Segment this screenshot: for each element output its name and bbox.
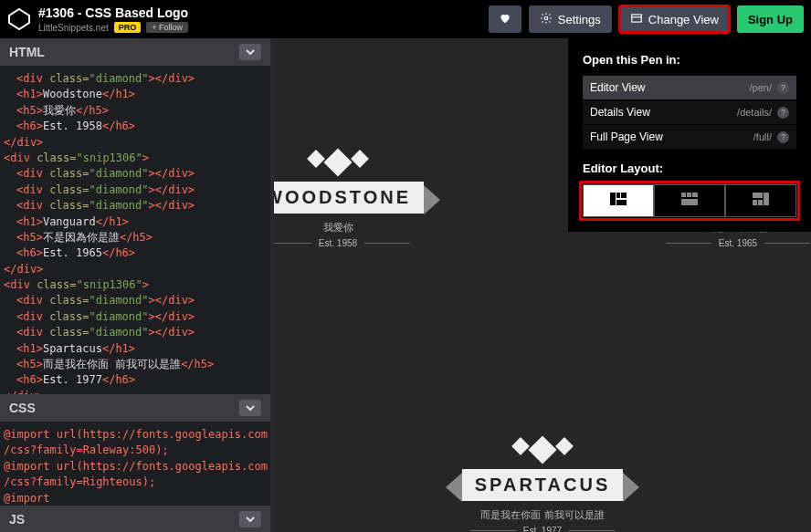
- svg-point-1: [544, 16, 548, 20]
- change-view-button[interactable]: Change View: [619, 5, 730, 33]
- card-title: SPARTACUS: [462, 469, 623, 501]
- layout-left-button[interactable]: [583, 184, 654, 217]
- svg-rect-11: [681, 199, 698, 205]
- html-editor[interactable]: <div class="diamond"></div><h1>Woodstone…: [0, 66, 274, 394]
- diamond-icon: [528, 435, 556, 464]
- change-view-label: Change View: [648, 13, 719, 26]
- diamond-icon: [351, 150, 369, 168]
- css-editor[interactable]: @import url(https://fonts.googleapis.com…: [0, 422, 274, 506]
- svg-rect-9: [687, 193, 691, 197]
- author-link[interactable]: LittleSnippets.net: [38, 23, 109, 33]
- view-option-fullpage[interactable]: Full Page View /full/?: [583, 125, 796, 149]
- svg-rect-10: [692, 193, 698, 197]
- view-option-label: Full Page View: [590, 130, 663, 143]
- chevron-down-icon: [246, 512, 255, 527]
- dropdown-layout-title: Editor Layout:: [583, 162, 796, 175]
- panel-collapse-button[interactable]: [239, 511, 261, 527]
- follow-button[interactable]: + Follow: [146, 22, 188, 33]
- view-option-editor[interactable]: Editor View /pen/?: [583, 76, 796, 99]
- pro-badge: PRO: [114, 22, 142, 33]
- signup-button[interactable]: Sign Up: [737, 5, 804, 33]
- layout-top-button[interactable]: [654, 184, 725, 217]
- preview-card: WOODSTONE 我愛你 Est. 1958: [274, 152, 466, 248]
- svg-rect-12: [764, 193, 769, 205]
- svg-rect-13: [753, 193, 763, 198]
- heart-button[interactable]: [489, 5, 521, 33]
- card-subtitle: 而是我在你面 前我可以是誰: [415, 508, 670, 522]
- js-panel-label: JS: [9, 512, 25, 527]
- help-icon[interactable]: ?: [777, 107, 789, 119]
- card-title: WOODSTONE: [274, 182, 424, 214]
- card-est: Est. 1977: [415, 526, 670, 532]
- diamond-icon: [307, 150, 325, 168]
- svg-rect-4: [610, 193, 616, 205]
- view-option-route: /details/: [737, 107, 772, 118]
- svg-marker-0: [9, 9, 29, 29]
- svg-rect-15: [758, 200, 763, 205]
- layout-options: [583, 184, 796, 217]
- layout-top-icon: [681, 193, 698, 209]
- heart-icon: [499, 12, 511, 27]
- app-header: #1306 - CSS Based Logo LittleSnippets.ne…: [0, 0, 811, 38]
- codepen-logo-icon: [7, 7, 31, 31]
- view-option-route: /pen/: [750, 82, 772, 93]
- css-panel-header[interactable]: CSS: [0, 394, 274, 422]
- card-est: Est. 1958: [274, 238, 466, 248]
- gear-icon: [540, 12, 553, 27]
- svg-rect-6: [621, 193, 627, 198]
- chevron-down-icon: [246, 45, 255, 59]
- title-block: #1306 - CSS Based Logo LittleSnippets.ne…: [38, 5, 481, 33]
- chevron-down-icon: [246, 401, 255, 415]
- diamond-icon: [555, 437, 574, 455]
- html-panel-label: HTML: [9, 45, 45, 59]
- svg-rect-14: [753, 200, 757, 205]
- view-option-label: Details View: [590, 106, 650, 119]
- view-option-route: /full/: [753, 131, 772, 142]
- svg-rect-5: [616, 193, 620, 198]
- layout-icon: [630, 12, 643, 27]
- view-option-label: Editor View: [590, 81, 645, 94]
- svg-rect-8: [681, 193, 686, 197]
- panel-collapse-button[interactable]: [239, 44, 261, 60]
- preview-card: SPARTACUS 而是我在你面 前我可以是誰 Est. 1977: [415, 440, 670, 532]
- pen-title: #1306 - CSS Based Logo: [38, 5, 481, 20]
- settings-button[interactable]: Settings: [529, 5, 612, 33]
- editors-column: HTML <div class="diamond"></div><h1>Wood…: [0, 38, 274, 532]
- layout-right-button[interactable]: [725, 184, 796, 217]
- layout-left-icon: [610, 193, 627, 209]
- settings-label: Settings: [558, 13, 601, 26]
- change-view-dropdown: Open this Pen in: Editor View /pen/? Det…: [568, 38, 811, 232]
- layout-right-icon: [753, 193, 769, 209]
- preview-pane: WOODSTONE 我愛你 Est. 1958 VANGUARD 不是因為你是誰…: [274, 38, 811, 532]
- help-icon[interactable]: ?: [777, 82, 789, 94]
- svg-rect-7: [616, 200, 627, 205]
- dropdown-open-title: Open this Pen in:: [583, 53, 796, 67]
- card-est: Est. 1965: [610, 238, 811, 248]
- diamond-icon: [323, 148, 352, 176]
- panel-collapse-button[interactable]: [239, 400, 261, 416]
- help-icon[interactable]: ?: [777, 131, 789, 143]
- card-subtitle: 我愛你: [274, 221, 466, 235]
- js-panel-header[interactable]: JS: [0, 506, 274, 532]
- view-option-details[interactable]: Details View /details/?: [583, 100, 796, 124]
- svg-rect-2: [632, 14, 642, 21]
- html-panel-header[interactable]: HTML: [0, 38, 274, 66]
- diamond-icon: [511, 437, 530, 455]
- css-panel-label: CSS: [9, 401, 36, 415]
